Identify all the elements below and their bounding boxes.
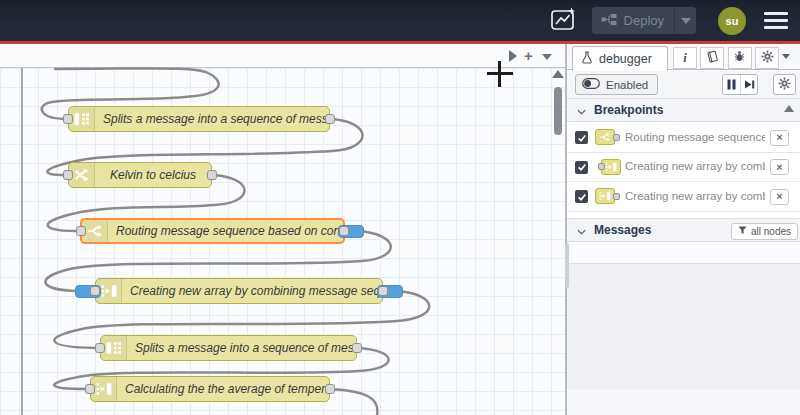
left-port-marker	[598, 163, 605, 170]
tab-debugger-label: debugger	[599, 52, 652, 66]
chevron-down-icon	[577, 101, 586, 119]
node-label: Calculating the the average of temperatu…	[117, 382, 329, 396]
breakpoint-row[interactable]: Creating new array by combining message …	[567, 182, 800, 212]
join-node-icon	[599, 191, 611, 201]
input-port[interactable]	[90, 286, 100, 296]
flow-list-button[interactable]	[542, 54, 552, 60]
messages-title: Messages	[594, 223, 651, 237]
step-button[interactable]	[740, 75, 757, 94]
funnel-icon	[738, 226, 747, 237]
node-label: Routing message sequence based on condit…	[108, 224, 343, 238]
tab-scroll-right-button[interactable]	[509, 50, 517, 62]
input-port[interactable]	[95, 343, 105, 353]
input-port[interactable]	[63, 170, 73, 180]
book-icon	[706, 49, 719, 67]
sidebar-tab-buttons: i	[674, 47, 779, 69]
split-node-icon	[74, 112, 90, 126]
deploy-options-button[interactable]	[674, 7, 696, 34]
breakpoints-section-header[interactable]: Breakpoints	[567, 98, 800, 122]
flow-node-split[interactable]: Splits a message into a sequence of mess…	[68, 106, 330, 132]
breakpoint-label: Creating new array by combining message …	[625, 190, 765, 202]
export-image-button[interactable]	[550, 8, 578, 34]
flask-icon	[581, 51, 593, 67]
breakpoints-scroll-up-button[interactable]	[784, 105, 794, 112]
deploy-button[interactable]: Deploy	[592, 7, 696, 34]
node-label: Kelvin to celcius	[95, 168, 211, 182]
remove-breakpoint-button[interactable]: ×	[770, 130, 789, 146]
join-mini-node-icon	[593, 158, 623, 176]
join-mini-node-icon	[593, 187, 623, 205]
right-port-marker	[613, 134, 620, 141]
output-port[interactable]	[325, 384, 335, 394]
deploy-icon	[601, 13, 617, 29]
add-flow-button[interactable]: +	[524, 47, 533, 64]
remove-breakpoint-button[interactable]: ×	[770, 189, 789, 205]
pause-button[interactable]	[723, 75, 740, 94]
output-port[interactable]	[339, 226, 349, 236]
help-tab-button[interactable]	[700, 47, 724, 69]
input-port[interactable]	[85, 384, 95, 394]
flow-node-split[interactable]: Splits a message into a sequence of mess…	[100, 335, 357, 361]
input-port[interactable]	[76, 226, 86, 236]
info-icon: i	[683, 50, 687, 66]
messages-empty-row	[567, 243, 800, 263]
crosshair-cursor	[498, 61, 501, 87]
header-bar: Deploy su	[0, 0, 800, 41]
check-icon	[577, 162, 587, 172]
step-icon	[744, 79, 755, 90]
debugger-step-controls	[722, 74, 758, 95]
node-label: Splits a message into a sequence of mess…	[127, 341, 356, 355]
sidebar-more-tabs-button[interactable]	[782, 54, 790, 59]
messages-section-header[interactable]: Messages all nodes	[567, 218, 800, 242]
breakpoint-checkbox[interactable]	[575, 161, 588, 174]
node-label: Splits a message into a sequence of mess…	[95, 112, 329, 126]
switch-node-icon	[599, 132, 611, 142]
breakpoint-row[interactable]: Creating new array by combining message …	[567, 153, 800, 183]
canvas-scroll-up-button[interactable]	[552, 70, 564, 78]
main-menu-button[interactable]	[764, 12, 788, 29]
output-port[interactable]	[352, 343, 362, 353]
sidebar-scrollbar-thumb[interactable]	[565, 243, 569, 288]
hamburger-icon	[764, 12, 788, 15]
breakpoint-checkbox[interactable]	[575, 190, 588, 203]
breakpoint-label: Creating new array by combining message …	[625, 160, 765, 172]
export-image-icon	[551, 7, 577, 35]
gear-icon	[778, 76, 791, 94]
flow-node-join[interactable]: Calculating the the average of temperatu…	[90, 376, 330, 402]
breakpoint-checkbox[interactable]	[575, 131, 588, 144]
config-tab-button[interactable]	[755, 47, 779, 69]
flow-node-change[interactable]: Kelvin to celcius	[68, 162, 212, 188]
output-port[interactable]	[325, 114, 335, 124]
pause-icon	[727, 79, 736, 90]
messages-list-area	[567, 263, 800, 389]
join-node-icon	[605, 162, 617, 172]
tab-debugger[interactable]: debugger	[572, 46, 668, 71]
debug-tab-button[interactable]	[728, 47, 752, 69]
output-port[interactable]	[207, 170, 217, 180]
user-avatar[interactable]: su	[718, 7, 746, 35]
chevron-down-icon	[577, 221, 586, 239]
output-port[interactable]	[378, 286, 388, 296]
canvas-boundary-line	[21, 68, 23, 415]
debugger-settings-button[interactable]	[773, 74, 796, 95]
canvas-scrollbar-thumb[interactable]	[554, 87, 562, 135]
right-port-marker	[613, 193, 620, 200]
flow-node-join[interactable]: Creating new array by combining message …	[95, 278, 383, 304]
deploy-button-main[interactable]: Deploy	[592, 13, 674, 29]
toggle-icon	[582, 78, 600, 91]
breakpoint-row[interactable]: Routing message sequence based on condit…	[567, 123, 800, 153]
message-filter-button[interactable]: all nodes	[731, 223, 798, 240]
remove-breakpoint-button[interactable]: ×	[770, 159, 789, 175]
info-tab-button[interactable]: i	[673, 47, 697, 69]
change-node-icon	[74, 168, 90, 182]
input-port[interactable]	[63, 114, 73, 124]
join-node-icon	[96, 382, 112, 396]
flow-node-switch[interactable]: Routing message sequence based on condit…	[80, 218, 345, 244]
right-sidebar: debugger i	[565, 44, 800, 415]
debugger-enabled-toggle[interactable]: Enabled	[575, 74, 658, 95]
node-red-window: Deploy su + Splits a message into a sequ…	[0, 0, 800, 415]
bug-icon	[733, 49, 746, 67]
enabled-label: Enabled	[606, 79, 648, 91]
chevron-down-icon	[681, 18, 691, 24]
switch-node-icon	[87, 224, 103, 238]
